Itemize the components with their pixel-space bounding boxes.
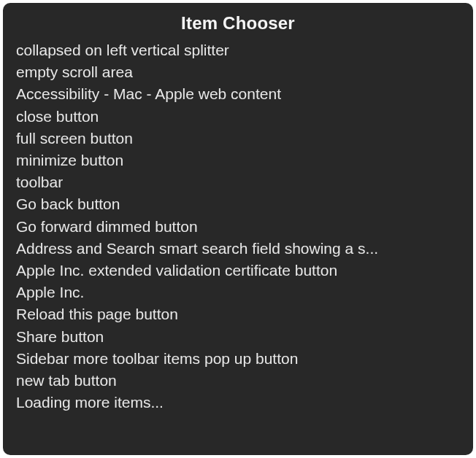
list-item[interactable]: Address and Search smart search field sh… bbox=[16, 238, 460, 260]
list-item[interactable]: Go forward dimmed button bbox=[16, 216, 460, 238]
item-list: collapsed on left vertical splitter empt… bbox=[3, 39, 473, 414]
list-item[interactable]: minimize button bbox=[16, 150, 460, 171]
list-item[interactable]: empty scroll area bbox=[16, 61, 460, 83]
list-item[interactable]: Apple Inc. bbox=[16, 282, 460, 303]
list-item[interactable]: toolbar bbox=[16, 171, 460, 193]
list-item[interactable]: Reload this page button bbox=[16, 303, 460, 325]
panel-title: Item Chooser bbox=[3, 10, 473, 39]
list-item[interactable]: Apple Inc. extended validation certifica… bbox=[16, 260, 460, 282]
list-item[interactable]: collapsed on left vertical splitter bbox=[16, 39, 460, 61]
list-item[interactable]: Go back button bbox=[16, 193, 460, 215]
list-item[interactable]: new tab button bbox=[16, 370, 460, 392]
list-item[interactable]: Loading more items... bbox=[16, 392, 460, 414]
list-item[interactable]: Sidebar more toolbar items pop up button bbox=[16, 348, 460, 370]
item-chooser-panel: Item Chooser collapsed on left vertical … bbox=[3, 3, 473, 455]
list-item[interactable]: full screen button bbox=[16, 128, 460, 150]
list-item[interactable]: Share button bbox=[16, 326, 460, 348]
list-item[interactable]: close button bbox=[16, 106, 460, 128]
list-item[interactable]: Accessibility - Mac - Apple web content bbox=[16, 83, 460, 105]
